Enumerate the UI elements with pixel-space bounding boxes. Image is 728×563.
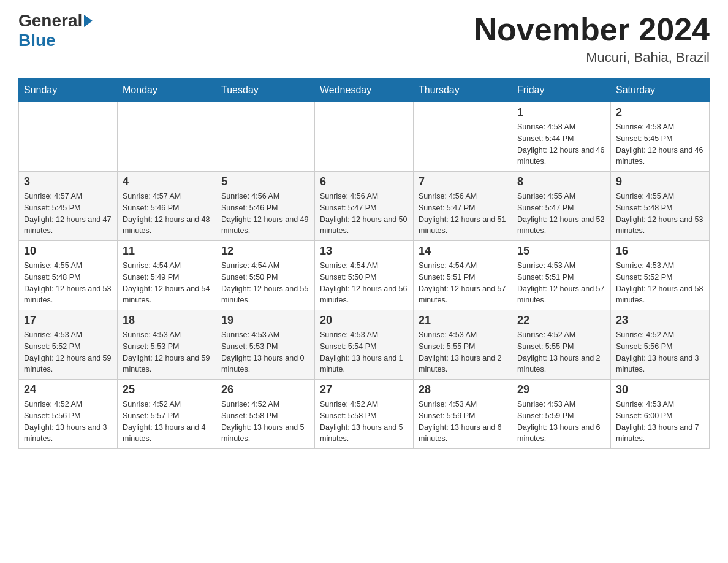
calendar-day-cell: 2Sunrise: 4:58 AMSunset: 5:45 PMDaylight… <box>611 102 710 172</box>
calendar-day-cell: 30Sunrise: 4:53 AMSunset: 6:00 PMDayligh… <box>611 380 710 449</box>
month-title: November 2024 <box>474 12 710 47</box>
day-number: 5 <box>221 175 309 188</box>
day-number: 11 <box>123 245 211 258</box>
calendar-table: SundayMondayTuesdayWednesdayThursdayFrid… <box>18 78 710 449</box>
day-number: 15 <box>517 245 605 258</box>
logo-area: General Blue <box>18 12 93 50</box>
calendar-week-row: 24Sunrise: 4:52 AMSunset: 5:56 PMDayligh… <box>19 380 710 449</box>
day-number: 10 <box>24 245 112 258</box>
day-number: 3 <box>24 175 112 188</box>
day-number: 23 <box>616 314 704 327</box>
logo: General <box>18 12 93 29</box>
weekday-header-wednesday: Wednesday <box>315 79 414 102</box>
day-info: Sunrise: 4:56 AMSunset: 5:46 PMDaylight:… <box>221 191 309 237</box>
calendar-day-cell: 12Sunrise: 4:54 AMSunset: 5:50 PMDayligh… <box>216 241 315 310</box>
calendar-day-cell: 18Sunrise: 4:53 AMSunset: 5:53 PMDayligh… <box>118 310 216 380</box>
day-number: 8 <box>517 175 605 188</box>
calendar-day-cell: 17Sunrise: 4:53 AMSunset: 5:52 PMDayligh… <box>19 310 118 380</box>
day-number: 20 <box>320 314 408 327</box>
calendar-day-cell: 1Sunrise: 4:58 AMSunset: 5:44 PMDaylight… <box>512 102 611 172</box>
day-number: 12 <box>221 245 309 258</box>
calendar-day-cell <box>315 102 414 172</box>
weekday-header-monday: Monday <box>118 79 216 102</box>
day-info: Sunrise: 4:53 AMSunset: 5:59 PMDaylight:… <box>517 399 605 445</box>
calendar-day-cell: 11Sunrise: 4:54 AMSunset: 5:49 PMDayligh… <box>118 241 216 310</box>
calendar-week-row: 3Sunrise: 4:57 AMSunset: 5:45 PMDaylight… <box>19 172 710 241</box>
day-number: 2 <box>616 106 704 119</box>
day-number: 16 <box>616 245 704 258</box>
day-info: Sunrise: 4:53 AMSunset: 6:00 PMDaylight:… <box>616 399 704 445</box>
calendar-day-cell: 9Sunrise: 4:55 AMSunset: 5:48 PMDaylight… <box>611 172 710 241</box>
calendar-day-cell <box>414 102 512 172</box>
calendar-day-cell <box>118 102 216 172</box>
calendar-day-cell: 6Sunrise: 4:56 AMSunset: 5:47 PMDaylight… <box>315 172 414 241</box>
day-info: Sunrise: 4:53 AMSunset: 5:54 PMDaylight:… <box>320 329 408 375</box>
title-area: November 2024 Mucuri, Bahia, Brazil <box>474 12 710 66</box>
calendar-day-cell: 5Sunrise: 4:56 AMSunset: 5:46 PMDaylight… <box>216 172 315 241</box>
day-number: 24 <box>24 383 112 396</box>
day-info: Sunrise: 4:55 AMSunset: 5:48 PMDaylight:… <box>616 191 704 237</box>
day-info: Sunrise: 4:52 AMSunset: 5:58 PMDaylight:… <box>320 399 408 445</box>
logo-arrow-icon <box>84 15 93 27</box>
calendar-day-cell: 19Sunrise: 4:53 AMSunset: 5:53 PMDayligh… <box>216 310 315 380</box>
day-number: 13 <box>320 245 408 258</box>
day-info: Sunrise: 4:57 AMSunset: 5:46 PMDaylight:… <box>123 191 211 237</box>
calendar-day-cell <box>19 102 118 172</box>
calendar-day-cell: 26Sunrise: 4:52 AMSunset: 5:58 PMDayligh… <box>216 380 315 449</box>
day-info: Sunrise: 4:57 AMSunset: 5:45 PMDaylight:… <box>24 191 112 237</box>
calendar-day-cell: 13Sunrise: 4:54 AMSunset: 5:50 PMDayligh… <box>315 241 414 310</box>
calendar-day-cell: 21Sunrise: 4:53 AMSunset: 5:55 PMDayligh… <box>414 310 512 380</box>
weekday-header-tuesday: Tuesday <box>216 79 315 102</box>
day-info: Sunrise: 4:58 AMSunset: 5:45 PMDaylight:… <box>616 121 704 167</box>
calendar-day-cell: 29Sunrise: 4:53 AMSunset: 5:59 PMDayligh… <box>512 380 611 449</box>
calendar-day-cell: 16Sunrise: 4:53 AMSunset: 5:52 PMDayligh… <box>611 241 710 310</box>
day-number: 6 <box>320 175 408 188</box>
day-number: 27 <box>320 383 408 396</box>
day-info: Sunrise: 4:54 AMSunset: 5:50 PMDaylight:… <box>320 260 408 306</box>
day-info: Sunrise: 4:54 AMSunset: 5:51 PMDaylight:… <box>419 260 507 306</box>
weekday-header-row: SundayMondayTuesdayWednesdayThursdayFrid… <box>19 79 710 102</box>
day-info: Sunrise: 4:53 AMSunset: 5:52 PMDaylight:… <box>24 329 112 375</box>
day-number: 17 <box>24 314 112 327</box>
day-info: Sunrise: 4:53 AMSunset: 5:59 PMDaylight:… <box>419 399 507 445</box>
calendar-day-cell: 8Sunrise: 4:55 AMSunset: 5:47 PMDaylight… <box>512 172 611 241</box>
weekday-header-saturday: Saturday <box>611 79 710 102</box>
day-info: Sunrise: 4:53 AMSunset: 5:55 PMDaylight:… <box>419 329 507 375</box>
calendar-day-cell: 14Sunrise: 4:54 AMSunset: 5:51 PMDayligh… <box>414 241 512 310</box>
day-info: Sunrise: 4:52 AMSunset: 5:55 PMDaylight:… <box>517 329 605 375</box>
weekday-header-friday: Friday <box>512 79 611 102</box>
day-number: 18 <box>123 314 211 327</box>
day-info: Sunrise: 4:53 AMSunset: 5:53 PMDaylight:… <box>221 329 309 375</box>
day-info: Sunrise: 4:52 AMSunset: 5:56 PMDaylight:… <box>616 329 704 375</box>
calendar-day-cell: 27Sunrise: 4:52 AMSunset: 5:58 PMDayligh… <box>315 380 414 449</box>
day-number: 4 <box>123 175 211 188</box>
calendar-day-cell: 20Sunrise: 4:53 AMSunset: 5:54 PMDayligh… <box>315 310 414 380</box>
day-info: Sunrise: 4:56 AMSunset: 5:47 PMDaylight:… <box>320 191 408 237</box>
day-info: Sunrise: 4:54 AMSunset: 5:49 PMDaylight:… <box>123 260 211 306</box>
calendar-day-cell: 28Sunrise: 4:53 AMSunset: 5:59 PMDayligh… <box>414 380 512 449</box>
header: General Blue November 2024 Mucuri, Bahia… <box>18 12 710 66</box>
day-number: 14 <box>419 245 507 258</box>
day-info: Sunrise: 4:54 AMSunset: 5:50 PMDaylight:… <box>221 260 309 306</box>
day-info: Sunrise: 4:52 AMSunset: 5:58 PMDaylight:… <box>221 399 309 445</box>
day-number: 26 <box>221 383 309 396</box>
calendar-day-cell: 25Sunrise: 4:52 AMSunset: 5:57 PMDayligh… <box>118 380 216 449</box>
logo-blue-text: Blue <box>18 31 56 50</box>
day-info: Sunrise: 4:53 AMSunset: 5:53 PMDaylight:… <box>123 329 211 375</box>
calendar-day-cell: 7Sunrise: 4:56 AMSunset: 5:47 PMDaylight… <box>414 172 512 241</box>
day-number: 7 <box>419 175 507 188</box>
day-number: 19 <box>221 314 309 327</box>
calendar-day-cell: 10Sunrise: 4:55 AMSunset: 5:48 PMDayligh… <box>19 241 118 310</box>
day-info: Sunrise: 4:52 AMSunset: 5:56 PMDaylight:… <box>24 399 112 445</box>
day-info: Sunrise: 4:53 AMSunset: 5:51 PMDaylight:… <box>517 260 605 306</box>
day-number: 25 <box>123 383 211 396</box>
calendar-day-cell: 22Sunrise: 4:52 AMSunset: 5:55 PMDayligh… <box>512 310 611 380</box>
day-number: 22 <box>517 314 605 327</box>
calendar-day-cell: 4Sunrise: 4:57 AMSunset: 5:46 PMDaylight… <box>118 172 216 241</box>
calendar-day-cell: 15Sunrise: 4:53 AMSunset: 5:51 PMDayligh… <box>512 241 611 310</box>
calendar-day-cell: 24Sunrise: 4:52 AMSunset: 5:56 PMDayligh… <box>19 380 118 449</box>
day-number: 1 <box>517 106 605 119</box>
day-number: 9 <box>616 175 704 188</box>
day-info: Sunrise: 4:55 AMSunset: 5:47 PMDaylight:… <box>517 191 605 237</box>
calendar-day-cell: 3Sunrise: 4:57 AMSunset: 5:45 PMDaylight… <box>19 172 118 241</box>
